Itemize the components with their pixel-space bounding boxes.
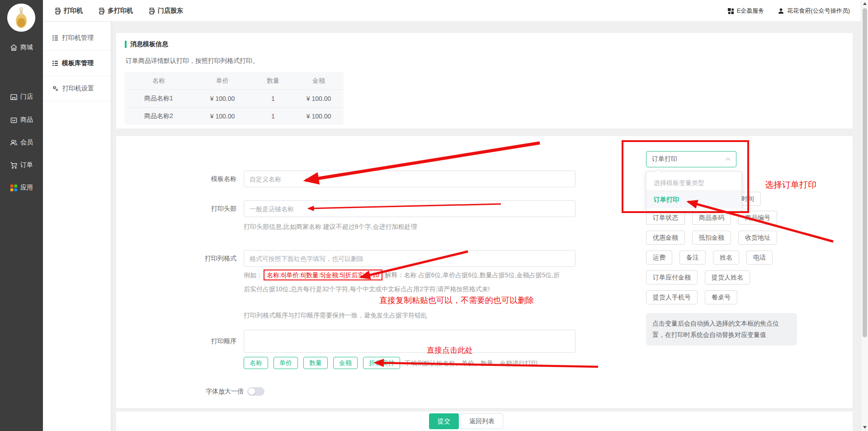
variable-tag[interactable]: 收货地址	[738, 231, 777, 245]
print-order-textarea[interactable]	[244, 330, 576, 353]
sidebar-item-goods[interactable]: 商品	[0, 113, 43, 127]
column-format-label: 打印列格式	[170, 255, 236, 263]
service-entry[interactable]: E企盈服务	[727, 7, 764, 15]
tab-label: 多打印机	[108, 7, 133, 15]
cell: 商品名称1	[125, 95, 193, 103]
cell: 1	[252, 113, 294, 120]
variable-tag-row: 订单应付金额 提货人姓名	[646, 270, 750, 284]
avatar[interactable]	[7, 4, 35, 32]
back-to-list-button[interactable]: 返回列表	[461, 413, 503, 429]
print-order-hint: 不填则默认按名称、单价、数量、金额进行打印	[405, 360, 538, 368]
table-header-row: 名称 单价 数量 金额	[125, 72, 344, 90]
sidebar-item-mall[interactable]: 商城	[0, 41, 43, 54]
template-name-input[interactable]	[244, 171, 576, 187]
example-format-red: 名称:6|单价:6|数量:5|金额:5|折后实付:10	[264, 270, 382, 280]
variable-tag-row: 提货人手机号 餐桌号	[646, 290, 737, 304]
variable-tag[interactable]: 运费	[646, 251, 672, 265]
subnav-item-label: 模板库管理	[62, 59, 94, 67]
sidebar-item-store[interactable]: 门店	[0, 90, 43, 104]
scrollbar-thumb[interactable]	[863, 8, 867, 337]
tab-label: 打印机	[64, 7, 83, 15]
main-sidebar: 商城 门店 商品 会员 订单 应用	[0, 0, 43, 431]
tag-amount[interactable]: 金额	[333, 357, 358, 369]
topbar: 打印机 多打印机 门店股东 E企盈服务 花花食府(公众号操作员)	[0, 0, 868, 22]
printer-subnav: 打印机管理 模板库管理 打印机设置	[43, 22, 111, 431]
topbar-tabs: 打印机 多打印机 门店股东	[54, 0, 183, 22]
sample-print-table: 名称 单价 数量 金额 商品名称1 ¥ 100.00 1 ¥ 100.00 商品…	[125, 72, 344, 125]
sidebar-item-orders[interactable]: 订单	[0, 158, 43, 172]
toggle-knob	[248, 388, 255, 395]
cell: 商品名称2	[125, 112, 193, 120]
variable-tag[interactable]: 提货人姓名	[705, 270, 750, 284]
variable-tag[interactable]: 订单应付金额	[646, 270, 698, 284]
grid-icon	[727, 8, 734, 14]
service-label: E企盈服务	[737, 7, 764, 15]
sidebar-item-label: 应用	[20, 184, 33, 192]
tag-unit-price[interactable]: 单价	[274, 357, 298, 369]
variable-tag[interactable]: 电话	[746, 251, 773, 265]
variable-tag[interactable]: 优惠金额	[646, 231, 685, 245]
footer-actions: 提交 返回列表	[116, 412, 853, 431]
submit-button[interactable]: 提交	[429, 413, 459, 429]
variable-tag-row: 运费 备注 姓名 电话	[646, 251, 773, 265]
scrollbar-up-arrow[interactable]	[863, 2, 867, 5]
printer-template-page: 打印机 多打印机 门店股东 E企盈服务 花花食府(公众号操作员)	[0, 0, 868, 431]
column-format-example: 例如：名称:6|单价:6|数量:5|金额:5|折后实付:10 解释：名称 占据6…	[244, 268, 563, 296]
column-order-help: 打印列格式顺序与打印顺序需要保持一致，避免发生占据字符错乱	[244, 312, 427, 320]
sidebar-item-label: 门店	[20, 93, 33, 101]
tab-label: 门店股东	[158, 7, 183, 15]
variable-tag[interactable]: 餐桌号	[705, 290, 737, 304]
user-icon	[778, 8, 784, 14]
sidebar-item-members[interactable]: 会员	[0, 136, 43, 149]
subnav-item-template-library[interactable]: 模板库管理	[43, 51, 111, 76]
sidebar-item-label: 会员	[20, 138, 33, 147]
gears-icon	[52, 85, 59, 92]
sidebar-item-label: 商品	[20, 116, 33, 124]
bag-icon	[10, 116, 18, 124]
col-header: 名称	[125, 77, 193, 85]
printer-icon	[148, 8, 155, 14]
cell: ¥ 100.00	[193, 95, 252, 102]
variable-tag[interactable]: 提货人手机号	[646, 290, 698, 304]
tab-printer[interactable]: 打印机	[54, 7, 83, 15]
subnav-item-printer-settings[interactable]: 打印机设置	[43, 76, 111, 101]
column-format-input[interactable]	[244, 250, 576, 267]
print-header-help: 打印头部信息,比如商家名称 建议不超过8个字,会进行加粗处理	[244, 223, 417, 231]
table-row: 商品名称2 ¥ 100.00 1 ¥ 100.00	[125, 107, 344, 125]
font-double-toggle[interactable]	[247, 387, 264, 396]
annotation-click-hint: 直接点击此处	[427, 345, 473, 355]
account-entry[interactable]: 花花食府(公众号操作员)	[778, 7, 850, 15]
print-header-input[interactable]	[244, 200, 576, 217]
variables-note: 点击变量后会自动插入选择的文本框的焦点位置，在打印时系统会自动替换对应变量值	[646, 313, 797, 346]
perfume-bottle-image	[7, 4, 35, 32]
cart-icon	[10, 161, 18, 169]
print-header-label: 打印头部	[170, 205, 236, 213]
cell: ¥ 100.00	[193, 113, 252, 120]
col-header: 数量	[252, 77, 294, 85]
tag-discounted-paid[interactable]: 折后实付	[363, 357, 400, 369]
account-label: 花花食府(公众号操作员)	[787, 7, 850, 15]
cell: ¥ 100.00	[294, 95, 344, 102]
font-double-label: 字体放大一倍	[178, 388, 244, 396]
sidebar-item-label: 商城	[20, 43, 33, 52]
tag-quantity[interactable]: 数量	[303, 357, 328, 369]
variable-tag[interactable]: 抵扣金额	[692, 231, 731, 245]
cell: ¥ 100.00	[294, 113, 344, 120]
template-info-card: 消息模板信息 订单商品详情默认打印，按照打印列格式打印。 名称 单价 数量 金额…	[116, 33, 853, 128]
tab-store-shareholder[interactable]: 门店股东	[148, 7, 183, 15]
example-prefix: 例如：	[244, 271, 263, 279]
annotation-copy-hint: 直接复制粘贴也可以，不需要的也可以删除	[379, 295, 534, 306]
tab-multi-printer[interactable]: 多打印机	[98, 7, 133, 15]
variable-tag[interactable]: 备注	[679, 251, 706, 265]
variable-tag[interactable]: 姓名	[713, 251, 739, 265]
topbar-right: E企盈服务 花花食府(公众号操作员)	[727, 0, 850, 22]
subnav-item-printer-management[interactable]: 打印机管理	[43, 25, 111, 51]
card-title: 消息模板信息	[125, 40, 168, 48]
tag-name[interactable]: 名称	[244, 357, 268, 369]
page-scrollbar[interactable]	[861, 0, 868, 431]
home-icon	[10, 44, 18, 52]
sidebar-item-apps[interactable]: 应用	[0, 181, 43, 194]
print-order-tags: 名称 单价 数量 金额 折后实付	[244, 357, 400, 369]
variable-tag-row: 优惠金额 抵扣金额 收货地址	[646, 231, 777, 245]
scrollbar-down-arrow[interactable]	[863, 426, 867, 429]
